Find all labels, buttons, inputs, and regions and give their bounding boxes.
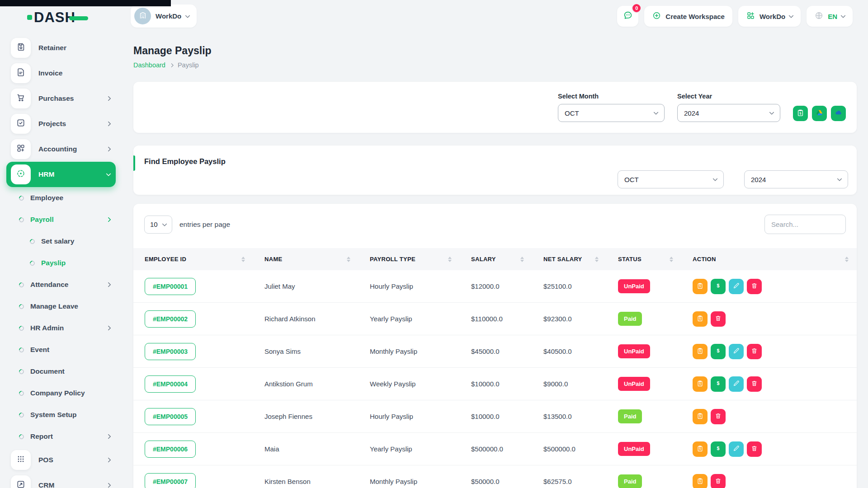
sidebar-item-document[interactable]: Document: [6, 361, 116, 382]
payslip-icon: §: [696, 347, 704, 356]
payslip-action-button[interactable]: §: [693, 376, 708, 392]
find-month-select[interactable]: OCT: [618, 170, 724, 188]
column-header-salary[interactable]: SALARY: [460, 256, 532, 263]
dollar-action-button[interactable]: $: [711, 344, 726, 359]
sort-arrows-icon[interactable]: [845, 257, 849, 262]
employee-id-badge[interactable]: #EMP00007: [145, 473, 196, 488]
edit-action-button[interactable]: [729, 376, 744, 392]
sort-arrows-icon[interactable]: [520, 257, 524, 262]
sidebar-item-hrm[interactable]: HRM: [6, 162, 116, 187]
language-selector[interactable]: EN: [807, 6, 853, 27]
sidebar-item-manage-leave[interactable]: Manage Leave: [6, 296, 116, 317]
sidebar-item-set-salary[interactable]: Set salary: [6, 230, 116, 252]
workdo-menu-button[interactable]: WorkDo: [738, 6, 801, 27]
dollar-action-button[interactable]: $: [711, 279, 726, 294]
trash-action-button[interactable]: [747, 344, 762, 359]
sidebar-item-label: Invoice: [38, 69, 110, 77]
onedrive-export-button[interactable]: [831, 106, 846, 121]
column-header-name[interactable]: NAME: [253, 256, 359, 263]
employee-id-badge[interactable]: #EMP00003: [145, 343, 196, 360]
google-drive-export-button[interactable]: [812, 106, 827, 121]
column-header-payroll-type[interactable]: PAYROLL TYPE: [359, 256, 460, 263]
trash-action-button[interactable]: [747, 279, 762, 294]
employee-id-badge[interactable]: #EMP00006: [145, 441, 196, 458]
chevron-down-icon: [840, 13, 845, 18]
month-select[interactable]: OCT: [558, 104, 665, 122]
column-label: EMPLOYEE ID: [145, 256, 186, 263]
employee-name-cell: Sonya Sims: [253, 347, 359, 355]
row-actions: §$: [681, 441, 857, 457]
employee-id-badge[interactable]: #EMP00002: [145, 310, 196, 328]
dollar-action-button[interactable]: $: [711, 376, 726, 392]
workspace-switcher[interactable]: WorkDo: [131, 5, 197, 28]
dollar-action-button[interactable]: $: [711, 441, 726, 457]
status-badge: Paid: [618, 409, 642, 423]
edit-action-button[interactable]: [729, 441, 744, 457]
payslip-action-button[interactable]: §: [693, 441, 708, 457]
table-row: #EMP00004 Antikstion Grum Weekly Payslip…: [133, 368, 857, 400]
payroll-type-cell: Hourly Payslip: [359, 413, 460, 420]
payslip-action-button[interactable]: §: [693, 311, 708, 327]
trash-action-button[interactable]: [711, 311, 726, 327]
trash-action-button[interactable]: [711, 474, 726, 488]
payslip-action-button[interactable]: §: [693, 474, 708, 488]
edit-action-button[interactable]: [729, 279, 744, 294]
sidebar-item-payroll[interactable]: Payroll: [6, 209, 116, 230]
column-label: NET SALARY: [543, 256, 582, 263]
net-salary-cell: $25100.0: [532, 282, 607, 290]
sort-arrows-icon[interactable]: [595, 257, 599, 262]
column-header-action[interactable]: ACTION: [681, 256, 857, 263]
find-year-select[interactable]: 2024: [744, 170, 848, 188]
status-badge: UnPaid: [618, 344, 650, 358]
sidebar-item-crm[interactable]: CRM: [6, 473, 116, 488]
sidebar-item-hr-admin[interactable]: HR Admin: [6, 317, 116, 339]
employee-id-badge[interactable]: #EMP00001: [145, 278, 196, 295]
sidebar-item-company-policy[interactable]: Company Policy: [6, 382, 116, 404]
payslip-action-button[interactable]: §: [693, 279, 708, 294]
sort-arrows-icon[interactable]: [347, 257, 350, 262]
employee-name-cell: Joseph Fiennes: [253, 413, 359, 420]
column-header-status[interactable]: STATUS: [607, 256, 681, 263]
messages-button[interactable]: 0: [617, 6, 638, 27]
sidebar-item-retainer[interactable]: Retainer: [6, 35, 116, 61]
column-header-net-salary[interactable]: NET SALARY: [532, 256, 607, 263]
employee-id-badge[interactable]: #EMP00004: [145, 375, 196, 393]
svg-text:$: $: [717, 446, 720, 451]
salary-cell: $45000.0: [460, 347, 532, 355]
trash-action-button[interactable]: [747, 376, 762, 392]
sidebar-item-projects[interactable]: Projects: [6, 111, 116, 136]
sidebar-item-payslip[interactable]: Payslip: [6, 252, 116, 274]
edit-action-button[interactable]: [729, 344, 744, 359]
sidebar-item-event[interactable]: Event: [6, 339, 116, 361]
create-workspace-button[interactable]: Create Workspace: [644, 6, 732, 27]
sidebar-item-accounting[interactable]: Accounting: [6, 136, 116, 162]
sort-arrows-icon[interactable]: [448, 257, 452, 262]
trash-action-button[interactable]: [747, 441, 762, 457]
year-select[interactable]: 2024: [677, 104, 780, 122]
payslip-icon: §: [696, 282, 704, 291]
sort-arrows-icon[interactable]: [670, 257, 673, 262]
column-header-employee-id[interactable]: EMPLOYEE ID: [133, 256, 253, 263]
sort-arrows-icon[interactable]: [241, 257, 245, 262]
search-input[interactable]: [764, 215, 846, 234]
sidebar-item-pos[interactable]: POS: [6, 447, 116, 473]
sidebar-item-system-setup[interactable]: System Setup: [6, 404, 116, 426]
sidebar-item-purchases[interactable]: Purchases: [6, 86, 116, 111]
sidebar-item-report[interactable]: Report: [6, 426, 116, 447]
entries-per-page-select[interactable]: 10: [144, 216, 172, 234]
generate-payslip-button[interactable]: §: [793, 106, 808, 121]
sidebar-item-invoice[interactable]: Invoice: [6, 61, 116, 86]
table-header-row: EMPLOYEE ID NAME PAYROLL TYPE SALARY NET…: [133, 248, 857, 270]
app-logo[interactable]: DASH: [27, 9, 88, 25]
row-actions: §: [681, 409, 857, 424]
sidebar-item-attendance[interactable]: Attendance: [6, 274, 116, 296]
trash-action-button[interactable]: [711, 409, 726, 424]
employee-id-badge[interactable]: #EMP00005: [145, 408, 196, 425]
payslip-action-button[interactable]: §: [693, 344, 708, 359]
sidebar-item-employee[interactable]: Employee: [6, 187, 116, 209]
salary-cell: $110000.0: [460, 315, 532, 323]
entries-per-page-value: 10: [150, 221, 158, 228]
payslip-action-button[interactable]: §: [693, 409, 708, 424]
breadcrumb-dashboard-link[interactable]: Dashboard: [133, 61, 165, 69]
svg-text:$: $: [717, 283, 720, 288]
